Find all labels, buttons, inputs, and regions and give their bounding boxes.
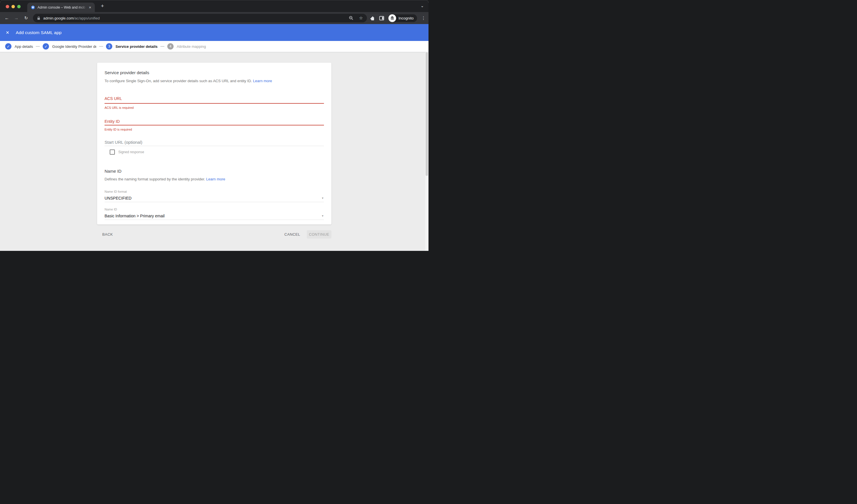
name-id-select[interactable]: Basic Information > Primary email ▼ (104, 214, 324, 218)
toolbar-right-icons: Incognito ⋮ (370, 12, 426, 24)
start-url-field[interactable]: Start URL (optional) (104, 140, 324, 146)
step-connector (99, 46, 103, 47)
chevron-down-icon[interactable]: ⌄ (420, 3, 424, 8)
url-text[interactable]: admin.google.com/ac/apps/unified (43, 16, 100, 20)
step-4-number: 4 (167, 43, 173, 50)
name-id-heading: Name ID (104, 169, 324, 173)
acs-url-error-text: ACS URL is required (104, 106, 324, 110)
step-3-label: Service provider details (115, 45, 157, 49)
dropdown-caret-icon: ▼ (321, 197, 324, 200)
admin-console-favicon-icon (31, 5, 35, 10)
wizard-footer: BACK CANCEL CONTINUE (97, 230, 331, 238)
close-window-button[interactable] (6, 5, 9, 8)
step-4-label: Attribute mapping (177, 45, 206, 49)
step-app-details[interactable]: ✓ App details (5, 43, 33, 50)
select-underline (104, 220, 324, 220)
window-controls (6, 5, 21, 8)
entity-id-input[interactable] (104, 125, 324, 125)
learn-more-link[interactable]: Learn more (253, 79, 272, 83)
acs-url-input[interactable] (104, 103, 324, 104)
dialog-title: Add custom SAML app (16, 30, 62, 35)
lock-icon (37, 16, 40, 20)
tab-title: Admin console – Web and mob (37, 5, 88, 10)
back-button[interactable]: ← (3, 15, 10, 21)
dropdown-caret-icon: ▼ (321, 215, 324, 217)
minimize-window-button[interactable] (12, 5, 15, 8)
name-id-value: Basic Information > Primary email (104, 214, 321, 218)
bookmark-star-icon[interactable]: ☆ (359, 15, 363, 21)
url-path: /ac/apps/unified (73, 16, 100, 20)
signed-response-checkbox[interactable] (110, 150, 115, 155)
card-description: To configure Single Sign-On, add service… (104, 79, 324, 83)
incognito-icon (388, 14, 396, 22)
step-2-label: Google Identity Provider details (52, 45, 96, 49)
page-content: Service provider details To configure Si… (0, 52, 428, 251)
signed-response-label: Signed response (118, 150, 144, 154)
browser-toolbar: ← → ↻ admin.google.com/ac/apps/unified ☆ (0, 12, 428, 24)
name-id-format-select[interactable]: UNSPECIFIED ▼ (104, 196, 324, 200)
scrollbar-thumb[interactable] (426, 52, 428, 176)
step-google-idp-details[interactable]: ✓ Google Identity Provider details (43, 43, 96, 50)
signed-response-row: Signed response (104, 150, 324, 155)
step-connector (36, 46, 40, 47)
acs-url-field[interactable]: ACS URL ACS URL is required (104, 96, 324, 110)
start-url-placeholder: Start URL (optional) (104, 140, 324, 145)
zoom-icon[interactable] (349, 16, 353, 20)
fullscreen-window-button[interactable] (17, 5, 21, 8)
browser-menu-icon[interactable]: ⋮ (421, 15, 426, 21)
back-step-button[interactable]: BACK (102, 232, 113, 237)
name-id-description: Defines the naming format supported by t… (104, 177, 324, 181)
acs-url-label: ACS URL (104, 96, 324, 101)
tab-strip: Admin console – Web and mob ✕ + ⌄ (0, 0, 428, 12)
cancel-button[interactable]: CANCEL (284, 232, 300, 237)
step-2-check-icon: ✓ (43, 43, 49, 50)
entity-id-error-text: Entity ID is required (104, 128, 324, 131)
incognito-badge[interactable]: Incognito (388, 14, 417, 22)
step-3-number: 3 (106, 43, 112, 50)
reload-button[interactable]: ↻ (23, 15, 30, 21)
tab-close-icon[interactable]: ✕ (88, 5, 93, 10)
entity-id-field[interactable]: Entity ID Entity ID is required (104, 119, 324, 131)
service-provider-details-card: Service provider details To configure Si… (97, 63, 331, 224)
browser-tab[interactable]: Admin console – Web and mob ✕ (27, 3, 95, 12)
step-connector (161, 46, 164, 47)
new-tab-button[interactable]: + (101, 3, 104, 9)
url-domain: admin.google.com (43, 16, 73, 20)
dialog-header: ✕ Add custom SAML app (0, 24, 428, 41)
step-service-provider-details[interactable]: 3 Service provider details (106, 43, 157, 50)
close-dialog-icon[interactable]: ✕ (6, 30, 10, 35)
extensions-puzzle-icon[interactable] (370, 15, 375, 21)
step-1-label: App details (15, 45, 33, 49)
name-id-format-value: UNSPECIFIED (104, 196, 321, 200)
continue-button[interactable]: CONTINUE (307, 230, 331, 238)
entity-id-label: Entity ID (104, 119, 324, 124)
name-id-label: Name ID (104, 207, 324, 211)
side-panel-icon[interactable] (379, 16, 384, 20)
forward-button[interactable]: → (13, 15, 20, 21)
step-attribute-mapping[interactable]: 4 Attribute mapping (167, 43, 206, 50)
browser-window: Admin console – Web and mob ✕ + ⌄ ← → ↻ … (0, 0, 428, 252)
scrollbar[interactable] (425, 52, 428, 251)
wizard-stepper: ✓ App details ✓ Google Identity Provider… (0, 41, 428, 52)
window-bottom-edge (0, 251, 428, 252)
address-bar[interactable]: admin.google.com/ac/apps/unified ☆ (33, 14, 367, 22)
incognito-label: Incognito (399, 16, 414, 20)
name-id-format-label: Name ID format (104, 190, 324, 193)
step-1-check-icon: ✓ (5, 43, 12, 50)
card-heading: Service provider details (104, 70, 324, 75)
learn-more-link[interactable]: Learn more (206, 177, 225, 181)
